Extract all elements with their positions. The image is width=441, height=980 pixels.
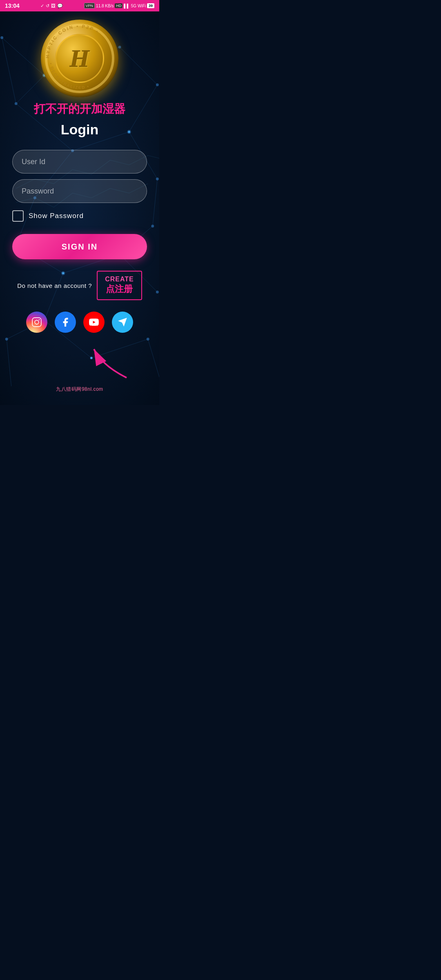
svg-text:• DECENTRALIZED •: • DECENTRALIZED •: [49, 62, 90, 90]
watermark: 九八猎码网98nl.com: [56, 386, 103, 393]
create-bottom-label: 点注册: [105, 283, 134, 295]
signal-bars-1: ▌▌: [124, 4, 129, 8]
account-row: Do not have an account ? CREATE 点注册: [12, 271, 147, 300]
status-right: VPN 11.8 KB/s HD ▌▌ 5G WiFi 39: [84, 3, 154, 9]
svg-point-49: [39, 319, 40, 321]
check-icon: ✓: [40, 3, 44, 9]
svg-point-48: [35, 320, 39, 324]
coin-logo-container: HYPTIC COIN • P2P • • DECENTRALIZED • H: [41, 20, 118, 97]
signal-bars-2: 5G: [131, 4, 136, 8]
annotation-arrow: [61, 341, 143, 382]
status-bar: 13:04 ✓ ↺ 🖼 💬 VPN 11.8 KB/s HD ▌▌ 5G WiF…: [0, 0, 159, 11]
show-password-checkbox[interactable]: [12, 210, 24, 222]
coin-logo: HYPTIC COIN • P2P • • DECENTRALIZED • H: [41, 20, 118, 97]
message-icon: 💬: [57, 3, 63, 9]
no-account-text: Do not have an account ?: [17, 282, 92, 289]
wifi-icon: WiFi: [138, 4, 146, 8]
clock-icon: ↺: [46, 3, 49, 9]
social-icons-row: [26, 312, 133, 333]
status-icons: ✓ ↺ 🖼 💬: [40, 3, 63, 9]
hd-badge: HD: [115, 3, 122, 8]
annotation-arrow-container: [12, 341, 147, 382]
svg-text:HYPTIC COIN • P2P •: HYPTIC COIN • P2P •: [45, 24, 100, 58]
create-account-button[interactable]: CREATE 点注册: [97, 271, 142, 300]
gallery-icon: 🖼: [51, 3, 56, 8]
user-id-input[interactable]: [12, 150, 147, 174]
facebook-icon[interactable]: [55, 312, 76, 333]
svg-rect-47: [32, 318, 41, 327]
instagram-icon[interactable]: [26, 312, 47, 333]
youtube-icon[interactable]: [83, 312, 105, 333]
telegram-icon[interactable]: [112, 312, 133, 333]
battery-indicator: 39: [147, 3, 154, 8]
speed-text: 11.8 KB/s: [96, 4, 114, 8]
create-top-label: CREATE: [105, 276, 134, 283]
status-time: 13:04: [5, 2, 20, 9]
login-title: Login: [61, 122, 99, 138]
password-input[interactable]: [12, 179, 147, 203]
main-content: HYPTIC COIN • P2P • • DECENTRALIZED • H …: [0, 11, 159, 405]
sign-in-button[interactable]: SIGN IN: [12, 234, 147, 259]
show-password-label: Show Password: [29, 212, 84, 220]
vpn-badge: VPN: [84, 3, 95, 9]
app-name: 打不开的开加湿器: [34, 101, 125, 117]
coin-arc-svg: HYPTIC COIN • P2P • • DECENTRALIZED •: [41, 20, 118, 97]
show-password-row: Show Password: [12, 210, 147, 222]
